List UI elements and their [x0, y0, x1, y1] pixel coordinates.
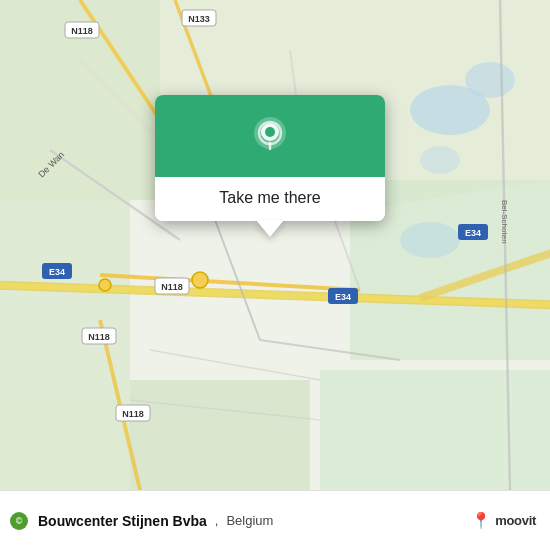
popup-green-header — [155, 95, 385, 177]
svg-point-47 — [99, 279, 111, 291]
svg-point-46 — [192, 272, 208, 288]
svg-text:E34: E34 — [335, 292, 351, 302]
svg-point-9 — [465, 62, 515, 98]
svg-point-50 — [265, 127, 275, 137]
moovit-pin-icon: 📍 — [471, 511, 491, 530]
place-country-name: Belgium — [226, 513, 273, 528]
svg-text:Bel-Schoten: Bel-Schoten — [500, 200, 509, 244]
place-name: Bouwcenter Stijnen Bvba — [38, 513, 207, 529]
moovit-brand: moovit — [495, 513, 536, 528]
take-me-there-button[interactable]: Take me there — [155, 177, 385, 221]
svg-point-10 — [420, 146, 460, 174]
svg-text:N118: N118 — [161, 282, 183, 292]
svg-rect-6 — [0, 400, 130, 490]
svg-rect-5 — [130, 380, 310, 490]
svg-point-11 — [400, 222, 460, 258]
map-container: N118 N133 N118 N118 N118 E34 E34 E34 De … — [0, 0, 550, 490]
popup-card: Take me there — [155, 95, 385, 221]
popup-tail — [256, 220, 284, 237]
footer-left: © Bouwcenter Stijnen Bvba , Belgium — [10, 512, 273, 530]
svg-text:N118: N118 — [122, 409, 144, 419]
svg-text:N118: N118 — [88, 332, 110, 342]
osm-logo-mark: © — [10, 512, 28, 530]
place-country: , — [215, 513, 219, 528]
svg-text:N118: N118 — [71, 26, 93, 36]
moovit-logo: 📍 moovit — [471, 511, 536, 530]
svg-text:N133: N133 — [188, 14, 210, 24]
location-pin-icon — [246, 113, 294, 161]
svg-rect-7 — [320, 370, 550, 490]
footer-bar: © Bouwcenter Stijnen Bvba , Belgium 📍 mo… — [0, 490, 550, 550]
svg-text:E34: E34 — [465, 228, 481, 238]
osm-attribution: © — [10, 512, 28, 530]
svg-text:E34: E34 — [49, 267, 65, 277]
